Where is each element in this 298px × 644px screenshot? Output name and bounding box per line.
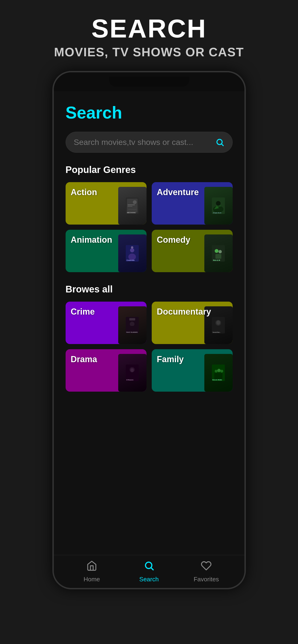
search-input[interactable] xyxy=(74,138,215,147)
main-title: SEARCH xyxy=(10,14,288,43)
bottom-nav: Home Search Favorites xyxy=(54,555,244,588)
svg-point-11 xyxy=(216,201,221,206)
svg-text:Jungle Book: Jungle Book xyxy=(213,212,222,214)
svg-text:13 Reasons: 13 Reasons xyxy=(126,379,133,380)
svg-text:MECHANIC: MECHANIC xyxy=(127,212,136,214)
genre-label-animation: Animation xyxy=(71,235,112,245)
genre-card-family[interactable]: Family Malcolm Middle xyxy=(152,349,233,392)
nav-label-search: Search xyxy=(139,576,159,583)
search-bar[interactable] xyxy=(66,132,233,153)
svg-point-31 xyxy=(216,320,220,325)
svg-rect-5 xyxy=(128,206,132,207)
svg-line-45 xyxy=(151,568,153,570)
svg-point-10 xyxy=(213,206,223,213)
svg-rect-26 xyxy=(130,326,134,331)
svg-rect-21 xyxy=(215,254,221,259)
svg-point-6 xyxy=(133,200,137,204)
sub-title: MOVIES, TV SHOWS OR CAST xyxy=(10,45,288,59)
phone-notch xyxy=(109,77,189,87)
svg-text:Rick & M: Rick & M xyxy=(213,260,220,261)
popular-genres-grid: Action MECHANIC xyxy=(66,182,233,272)
genre-image-crime: PEAKY BLINDERS xyxy=(118,306,146,344)
svg-point-20 xyxy=(218,250,222,253)
genre-card-adventure[interactable]: Adventure Jungle Book xyxy=(152,182,233,224)
svg-point-25 xyxy=(130,322,134,326)
svg-point-40 xyxy=(217,369,221,372)
page-title: Search xyxy=(66,103,233,122)
genre-label-documentary: Documentary xyxy=(157,307,211,317)
genre-card-action[interactable]: Action MECHANIC xyxy=(66,182,146,224)
svg-point-41 xyxy=(220,370,223,372)
genre-image-drama: 13 Reasons xyxy=(118,354,146,392)
genre-card-animation[interactable]: Animation Cinderella xyxy=(66,230,146,272)
nav-item-favorites[interactable]: Favorites xyxy=(178,560,235,583)
phone-frame: Search Popular Genres Action xyxy=(52,71,246,589)
genre-card-comedy[interactable]: Comedy Rick & M xyxy=(152,230,233,272)
genre-card-drama[interactable]: Drama 13 Reasons xyxy=(66,349,146,392)
svg-text:Cinderella: Cinderella xyxy=(126,260,134,261)
svg-rect-36 xyxy=(130,373,134,379)
svg-rect-42 xyxy=(214,373,222,379)
svg-point-16 xyxy=(131,246,133,248)
svg-point-35 xyxy=(130,368,134,372)
nav-item-home[interactable]: Home xyxy=(63,560,120,583)
browse-all-title: Browes all xyxy=(66,284,233,294)
phone-content: Search Popular Genres Action xyxy=(54,91,244,555)
phone-notch-area xyxy=(54,72,244,91)
top-header: SEARCH MOVIES, TV SHOWS OR CAST xyxy=(0,0,298,68)
genre-image-adventure: Jungle Book xyxy=(204,187,233,224)
svg-point-19 xyxy=(215,249,218,253)
svg-text:PEAKY BLINDERS: PEAKY BLINDERS xyxy=(126,332,138,333)
genre-image-action: MECHANIC xyxy=(118,187,146,224)
svg-point-39 xyxy=(215,370,218,372)
svg-text:Malcolm Middle: Malcolm Middle xyxy=(212,379,222,380)
genre-card-documentary[interactable]: Documentary Social Net... xyxy=(152,302,233,344)
genre-label-adventure: Adventure xyxy=(157,187,199,197)
svg-rect-24 xyxy=(129,318,135,320)
genre-image-family: Malcolm Middle xyxy=(204,354,233,392)
genre-card-crime[interactable]: Crime PEAKY BLINDERS xyxy=(66,302,146,344)
browse-all-grid: Crime PEAKY BLINDERS Documentar xyxy=(66,302,233,392)
search-nav-icon xyxy=(144,560,155,574)
svg-rect-7 xyxy=(128,209,136,210)
svg-text:Social Net...: Social Net... xyxy=(213,332,221,333)
genre-label-comedy: Comedy xyxy=(157,235,190,245)
genre-image-comedy: Rick & M xyxy=(204,234,233,272)
svg-rect-30 xyxy=(216,326,221,332)
genre-label-family: Family xyxy=(157,354,184,364)
genre-label-crime: Crime xyxy=(71,307,95,317)
nav-label-home: Home xyxy=(84,576,100,583)
nav-item-search[interactable]: Search xyxy=(120,560,178,583)
search-icon[interactable] xyxy=(215,138,224,147)
svg-point-15 xyxy=(128,254,136,260)
nav-label-favorites: Favorites xyxy=(194,576,219,583)
genre-label-action: Action xyxy=(71,187,97,197)
svg-rect-4 xyxy=(128,204,135,205)
genre-image-animation: Cinderella xyxy=(118,234,146,272)
favorites-icon xyxy=(201,560,212,574)
genre-label-drama: Drama xyxy=(71,354,97,364)
svg-point-14 xyxy=(130,248,134,252)
svg-line-1 xyxy=(222,144,223,146)
home-icon xyxy=(86,560,97,574)
svg-rect-18 xyxy=(212,245,225,262)
popular-genres-title: Popular Genres xyxy=(66,164,233,175)
